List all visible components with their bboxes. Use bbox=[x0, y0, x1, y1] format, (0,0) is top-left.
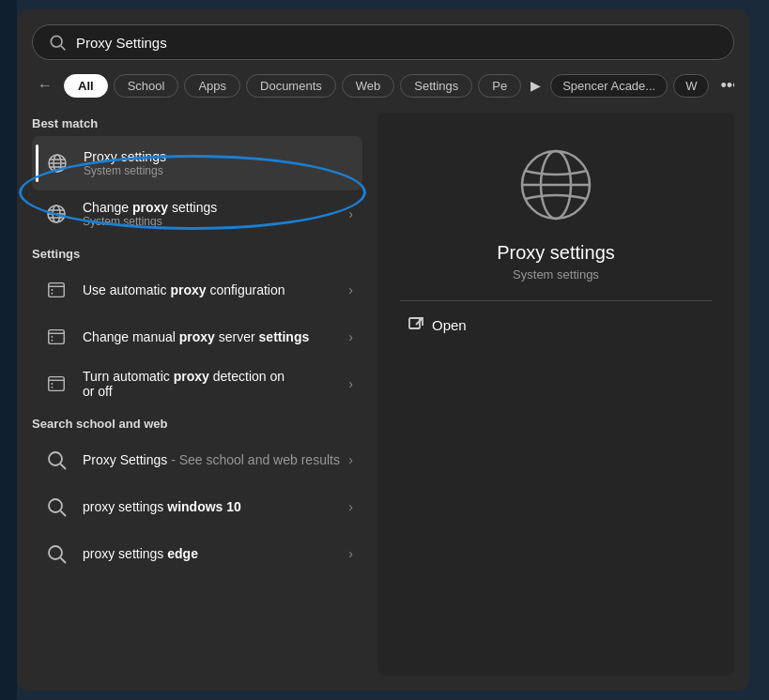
open-label: Open bbox=[432, 317, 467, 333]
svg-line-1 bbox=[61, 46, 66, 51]
web-proxy-win10-arrow: › bbox=[348, 499, 353, 514]
manual-proxy-text: Change manual proxy server settings bbox=[83, 329, 348, 344]
svg-line-29 bbox=[61, 558, 67, 564]
web-search-icon-2 bbox=[41, 492, 71, 522]
change-proxy-icon bbox=[41, 199, 71, 229]
tab-settings[interactable]: Settings bbox=[400, 74, 472, 98]
back-button[interactable]: ← bbox=[32, 73, 58, 98]
web-proxy-settings-title: Proxy Settings - See school and web resu… bbox=[83, 452, 348, 467]
manual-proxy-icon bbox=[41, 322, 71, 352]
tab-documents[interactable]: Documents bbox=[246, 74, 336, 98]
main-content: Best match Proxy settings System setting… bbox=[32, 113, 734, 676]
tab-all[interactable]: All bbox=[64, 74, 108, 98]
auto-proxy-config-text: Use automatic proxy configuration bbox=[83, 282, 348, 297]
auto-proxy-config-title: Use automatic proxy configuration bbox=[83, 282, 348, 297]
tab-apps[interactable]: Apps bbox=[184, 74, 240, 98]
more-filters-play[interactable]: ▶ bbox=[527, 76, 545, 95]
open-icon bbox=[408, 316, 424, 333]
search-icon bbox=[48, 33, 67, 52]
manual-proxy-arrow: › bbox=[348, 329, 353, 344]
right-panel-subtitle: System settings bbox=[513, 267, 599, 282]
svg-point-28 bbox=[49, 546, 62, 559]
svg-line-25 bbox=[61, 464, 67, 470]
left-panel: Best match Proxy settings System setting… bbox=[32, 113, 362, 676]
tab-spencer[interactable]: Spencer Acade... bbox=[550, 74, 668, 98]
best-match-text: Proxy settings System settings bbox=[84, 149, 353, 177]
web-proxy-win10-text: proxy settings windows 10 bbox=[83, 499, 348, 514]
auto-detect-proxy-icon bbox=[41, 369, 71, 399]
web-proxy-settings-text: Proxy Settings - See school and web resu… bbox=[83, 452, 348, 467]
web-proxy-win10-title: proxy settings windows 10 bbox=[83, 499, 348, 514]
selection-bar bbox=[36, 145, 38, 182]
tab-w[interactable]: W bbox=[673, 74, 709, 98]
web-proxy-edge-arrow: › bbox=[348, 546, 353, 561]
taskbar bbox=[0, 0, 17, 700]
manual-proxy-item[interactable]: Change manual proxy server settings › bbox=[32, 313, 362, 360]
open-button[interactable]: Open bbox=[408, 316, 719, 333]
right-panel: Proxy settings System settings Open bbox=[377, 113, 734, 676]
auto-proxy-config-item[interactable]: Use automatic proxy configuration › bbox=[32, 266, 362, 313]
right-panel-divider bbox=[400, 300, 712, 301]
web-search-icon-1 bbox=[41, 445, 71, 475]
web-proxy-settings-item[interactable]: Proxy Settings - See school and web resu… bbox=[32, 436, 362, 483]
search-input[interactable] bbox=[76, 35, 718, 51]
proxy-settings-icon bbox=[42, 148, 72, 178]
search-web-label: Search school and web bbox=[32, 417, 362, 431]
svg-point-0 bbox=[51, 36, 62, 47]
change-proxy-subtitle: System settings bbox=[83, 215, 348, 228]
best-match-item[interactable]: Proxy settings System settings bbox=[32, 136, 362, 190]
svg-rect-20 bbox=[49, 377, 65, 391]
change-proxy-arrow: › bbox=[348, 206, 353, 221]
filter-tabs: ← All School Apps Documents Web Settings… bbox=[32, 73, 734, 98]
svg-rect-12 bbox=[49, 283, 65, 297]
svg-rect-16 bbox=[49, 330, 65, 344]
svg-point-26 bbox=[49, 499, 62, 512]
svg-line-27 bbox=[61, 511, 67, 517]
auto-proxy-config-icon bbox=[41, 275, 71, 305]
more-options-button[interactable]: ••• bbox=[715, 74, 734, 98]
web-proxy-edge-title: proxy settings edge bbox=[83, 546, 348, 561]
change-proxy-item[interactable]: Change proxy settings System settings › bbox=[32, 190, 362, 237]
change-proxy-text: Change proxy settings System settings bbox=[83, 200, 348, 228]
svg-point-24 bbox=[49, 452, 62, 465]
best-match-title: Proxy settings bbox=[84, 149, 353, 164]
change-proxy-title: Change proxy settings bbox=[83, 200, 348, 215]
web-proxy-arrow: › bbox=[348, 452, 353, 467]
best-match-subtitle: System settings bbox=[84, 164, 353, 177]
web-proxy-win10-item[interactable]: proxy settings windows 10 › bbox=[32, 483, 362, 530]
settings-section-label: Settings bbox=[32, 247, 362, 261]
tab-web[interactable]: Web bbox=[342, 74, 395, 98]
auto-detect-proxy-title: Turn automatic proxy detection onor off bbox=[83, 369, 348, 399]
auto-detect-proxy-item[interactable]: Turn automatic proxy detection onor off … bbox=[32, 360, 362, 407]
auto-proxy-arrow: › bbox=[348, 282, 353, 297]
web-search-icon-3 bbox=[41, 539, 71, 569]
right-panel-title: Proxy settings bbox=[497, 242, 615, 264]
auto-detect-proxy-text: Turn automatic proxy detection onor off bbox=[83, 369, 348, 399]
search-panel: ← All School Apps Documents Web Settings… bbox=[17, 9, 749, 691]
auto-detect-arrow: › bbox=[348, 376, 353, 391]
best-match-label: Best match bbox=[32, 116, 362, 130]
right-panel-globe-icon bbox=[514, 143, 598, 227]
tab-pe[interactable]: Pe bbox=[478, 74, 521, 98]
web-proxy-edge-item[interactable]: proxy settings edge › bbox=[32, 530, 362, 577]
manual-proxy-title: Change manual proxy server settings bbox=[83, 329, 348, 344]
web-proxy-edge-text: proxy settings edge bbox=[83, 546, 348, 561]
tab-school[interactable]: School bbox=[114, 74, 179, 98]
search-bar bbox=[32, 24, 734, 60]
